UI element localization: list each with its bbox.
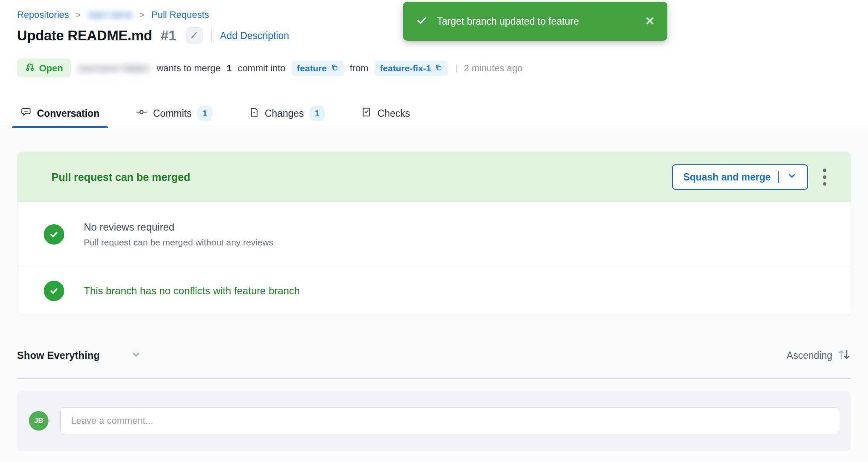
conflict-check-row: This branch has no conflicts with featur…: [17, 267, 851, 315]
pull-request-page: Repositories > repo-name > Pull Requests…: [0, 0, 868, 462]
sort-label: Ascending: [787, 350, 832, 361]
commit-icon: [136, 106, 148, 121]
review-check-subtitle: Pull request can be merged without any r…: [84, 237, 273, 248]
toast-close-button[interactable]: ✕: [645, 16, 655, 27]
tab-changes[interactable]: Changes 1: [240, 99, 333, 128]
check-icon: [416, 14, 428, 28]
kebab-dot: [823, 182, 826, 186]
checklist-icon: [361, 107, 372, 120]
merge-button-label: Squash and merge: [683, 172, 771, 183]
copy-icon[interactable]: [435, 63, 443, 73]
title-divider: [211, 29, 212, 42]
edit-title-button[interactable]: [186, 27, 203, 44]
pencil-icon: [190, 31, 199, 41]
tab-label: Changes: [265, 108, 304, 119]
check-circle-icon: [44, 224, 64, 245]
pr-state-label: Open: [39, 63, 63, 74]
tab-changes-count-badge: 1: [309, 106, 325, 121]
success-toast: Target branch updated to feature ✕: [403, 2, 667, 41]
target-branch-badge[interactable]: feature: [292, 61, 344, 76]
breadcrumb-separator: >: [139, 10, 145, 20]
timeline-filter-bar: Show Everything Ascending: [17, 343, 851, 368]
breadcrumb-repositories-link[interactable]: Repositories: [17, 9, 69, 20]
merge-banner: Pull request can be merged Squash and me…: [17, 152, 851, 202]
merge-banner-title: Pull request can be merged: [51, 171, 190, 183]
check-circle-icon: [44, 281, 64, 301]
conflict-check-texts: This branch has no conflicts with featur…: [84, 285, 300, 297]
breadcrumb-pull-requests-link[interactable]: Pull Requests: [151, 9, 209, 20]
status-text: from: [350, 63, 369, 74]
source-branch-name: feature-fix-1: [380, 63, 431, 73]
pr-state-badge: Open: [17, 59, 71, 78]
breadcrumb-separator: >: [76, 10, 81, 20]
status-divider: |: [456, 63, 458, 73]
review-check-row: No reviews required Pull request can be …: [17, 202, 851, 267]
comment-composer: JB: [17, 391, 851, 451]
kebab-dot: [823, 169, 826, 172]
sort-arrows-icon: [837, 348, 851, 363]
content-area: Pull request can be merged Squash and me…: [0, 128, 868, 462]
conflict-check-title: This branch has no conflicts with featur…: [84, 285, 300, 297]
copy-icon[interactable]: [331, 63, 338, 73]
pr-tabs: Conversation Commits 1: [12, 99, 438, 128]
source-branch-badge[interactable]: feature-fix-1: [374, 61, 448, 76]
tab-label: Commits: [153, 108, 192, 119]
toast-message: Target branch updated to feature: [437, 16, 579, 27]
filter-label: Show Everything: [17, 349, 100, 361]
avatar: JB: [29, 411, 48, 431]
merge-button-divider: [778, 171, 779, 183]
merge-status-card: Pull request can be merged Squash and me…: [17, 152, 851, 316]
comment-input[interactable]: [60, 407, 839, 434]
merge-actions: Squash and merge: [672, 164, 834, 190]
pr-status-row: Open username-hidden wants to merge 1 co…: [17, 59, 522, 78]
sort-toggle[interactable]: Ascending: [787, 348, 851, 363]
timeline-divider: [17, 378, 851, 379]
status-text: wants to merge: [156, 63, 220, 74]
tab-checks[interactable]: Checks: [352, 99, 419, 128]
comment-bubble-icon: [20, 107, 31, 120]
review-check-texts: No reviews required Pull request can be …: [84, 221, 273, 248]
tab-label: Conversation: [37, 108, 99, 119]
pr-number: #1: [161, 28, 176, 44]
kebab-dot: [823, 175, 826, 179]
target-branch-name: feature: [297, 63, 327, 73]
more-options-button[interactable]: [815, 164, 834, 190]
tab-commits[interactable]: Commits 1: [127, 99, 221, 128]
pr-author-redacted[interactable]: username-hidden: [77, 63, 150, 74]
title-row: Update README.md #1 Add Description: [17, 27, 289, 44]
add-description-link[interactable]: Add Description: [220, 30, 289, 42]
breadcrumb-repo-link-redacted[interactable]: repo-name: [88, 9, 133, 20]
show-everything-dropdown[interactable]: Show Everything: [17, 349, 142, 362]
tab-conversation[interactable]: Conversation: [12, 99, 108, 128]
review-check-title: No reviews required: [84, 221, 273, 233]
breadcrumb: Repositories > repo-name > Pull Requests: [17, 9, 209, 20]
pr-created-time: 2 minutes ago: [464, 63, 522, 74]
page-title: Update README.md: [17, 28, 152, 44]
squash-and-merge-button[interactable]: Squash and merge: [672, 164, 808, 190]
pull-request-icon: [25, 62, 35, 74]
commit-count: 1: [227, 63, 232, 74]
status-text: commit into: [238, 63, 285, 74]
tab-commits-count-badge: 1: [197, 106, 213, 121]
chevron-down-icon: [100, 349, 142, 362]
file-icon: [249, 107, 259, 120]
chevron-down-icon[interactable]: [787, 171, 797, 183]
tab-label: Checks: [377, 108, 410, 119]
